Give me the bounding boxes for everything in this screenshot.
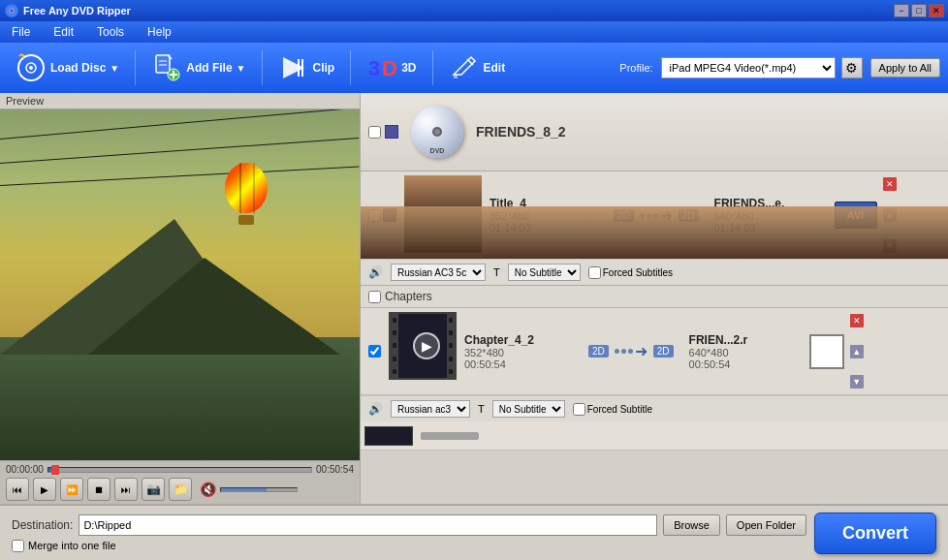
- apply-all-button[interactable]: Apply to All: [870, 58, 940, 78]
- subtitle-select-1[interactable]: No Subtitle: [508, 264, 581, 281]
- chapter-forced-sub-check-1[interactable]: [573, 403, 585, 416]
- preview-video[interactable]: [0, 109, 360, 460]
- dvd-checkbox[interactable]: [368, 126, 381, 139]
- load-disc-label: Load Disc: [50, 61, 106, 75]
- chapter-output-badge-2d-1: 2D: [653, 345, 674, 358]
- chapters-checkbox[interactable]: [368, 291, 381, 303]
- c-dot1: [615, 349, 619, 354]
- 3d-button[interactable]: 3 D 3D: [359, 48, 424, 87]
- dvd-hole: [432, 127, 442, 137]
- progress-thumb: [51, 465, 59, 475]
- screenshot-button[interactable]: 📷: [142, 478, 165, 501]
- chapter-audio-select-1[interactable]: Russian ac3: [391, 400, 470, 418]
- next-chapter-thumb: [364, 426, 413, 446]
- chapter-forced-sub-1: Forced Subtitle: [573, 403, 652, 416]
- forced-sub-check-1[interactable]: [588, 266, 601, 279]
- next-button[interactable]: ⏭: [114, 478, 138, 501]
- add-file-chevron[interactable]: ▼: [237, 63, 246, 74]
- merge-checkbox[interactable]: [12, 540, 24, 552]
- load-disc-chevron[interactable]: ▼: [110, 63, 119, 74]
- balloon-basket: [238, 215, 254, 225]
- volume-track[interactable]: [220, 487, 298, 492]
- app-title: Free Any DVD Ripper: [23, 5, 894, 16]
- profile-label: Profile:: [619, 62, 652, 74]
- menu-help[interactable]: Help: [143, 23, 175, 41]
- title-thumbnail-1[interactable]: [404, 175, 482, 253]
- chapter-thumbnail-1[interactable]: ▶: [389, 312, 457, 380]
- profile-select[interactable]: iPad MPEG4 Video(*.mp4): [661, 57, 836, 78]
- film-perf-7: [449, 330, 453, 335]
- audio-icon-1: 🔊: [368, 265, 383, 279]
- preview-label: Preview: [0, 93, 360, 109]
- next-chapter-row: [361, 421, 948, 451]
- dvd-title-row: DVD FRIENDS_8_2: [361, 93, 948, 171]
- folder-button[interactable]: 📁: [169, 478, 192, 501]
- title-header-row-1: Title_4 352*480 01:14:03 2D ➜: [361, 171, 948, 259]
- menu-tools[interactable]: Tools: [93, 23, 128, 41]
- film-perf-8: [449, 343, 453, 348]
- thumb-people-img: [404, 175, 482, 253]
- dvd-indicator: [385, 125, 398, 139]
- menu-edit[interactable]: Edit: [49, 23, 78, 41]
- chapter-subtitle-select-1[interactable]: No Subtitle: [492, 400, 565, 418]
- minimize-button[interactable]: −: [894, 4, 909, 17]
- dvd-checkbox-area: [368, 125, 398, 139]
- svg-text:3: 3: [368, 56, 380, 80]
- destination-input[interactable]: D:\Ripped: [79, 514, 657, 536]
- clip-icon: [278, 52, 309, 83]
- progress-container: 00:00:00 00:50:54: [6, 464, 354, 475]
- svg-rect-7: [156, 55, 170, 73]
- toolbar: Load Disc ▼ Add File ▼: [0, 43, 948, 93]
- play-button[interactable]: ▶: [33, 478, 56, 501]
- restore-button[interactable]: □: [911, 4, 927, 17]
- fast-forward-button[interactable]: ⏩: [60, 478, 83, 501]
- chapter-output-name-1: FRIEN...2.r: [689, 333, 798, 347]
- 3d-icon: 3 D: [366, 52, 397, 83]
- chapter-dims-1: 352*480: [464, 347, 573, 358]
- film-play-icon-1: ▶: [413, 332, 440, 359]
- chapter-arrow-sym-1: ➜: [635, 342, 648, 360]
- progress-track[interactable]: [47, 467, 312, 473]
- bottom-bar: Destination: D:\Ripped Browse Open Folde…: [0, 504, 948, 560]
- menu-file[interactable]: File: [8, 23, 34, 41]
- add-file-button[interactable]: Add File ▼: [143, 48, 253, 87]
- chapter-arrow-down-1[interactable]: ▼: [850, 375, 864, 389]
- toolbar-separator-4: [432, 50, 433, 85]
- chapters-section: Chapters: [361, 286, 948, 308]
- audio-select-1[interactable]: Russian AC3 5c: [391, 264, 486, 281]
- close-button[interactable]: ✕: [929, 4, 944, 17]
- forced-sub-1: Forced Subtitles: [588, 266, 673, 279]
- chapter-output-dims-1: 640*480: [689, 347, 798, 358]
- svg-text:D: D: [382, 56, 397, 80]
- chapter-audio-icon-1: 🔊: [368, 402, 383, 416]
- chapter-close-btn-1[interactable]: ✕: [850, 314, 864, 327]
- volume-icon: 🔇: [200, 482, 216, 497]
- prev-button[interactable]: ⏮: [6, 478, 29, 501]
- chapter-name-1: Chapter_4_2: [464, 333, 573, 347]
- open-folder-button[interactable]: Open Folder: [726, 514, 806, 536]
- clip-button[interactable]: Clip: [270, 48, 343, 87]
- add-file-icon: [151, 52, 182, 83]
- stop-button[interactable]: ⏹: [87, 478, 111, 501]
- chapter-arrow-up-1[interactable]: ▲: [850, 345, 864, 358]
- convert-button[interactable]: Convert: [814, 513, 936, 554]
- close-row-btn-1[interactable]: ✕: [883, 177, 897, 191]
- film-perf-3: [393, 343, 396, 348]
- film-perf-9: [449, 357, 453, 361]
- chapter-format-area-1: [809, 312, 844, 390]
- chapter-format-badge-1[interactable]: [809, 334, 844, 369]
- bottom-left: Destination: D:\Ripped Browse Open Folde…: [12, 514, 806, 552]
- browse-button[interactable]: Browse: [663, 514, 720, 536]
- c-dot2: [621, 349, 626, 354]
- edit-label: Edit: [484, 61, 506, 75]
- mountain-right: [88, 258, 340, 355]
- file-list-panel: DVD FRIENDS_8_2: [361, 93, 948, 504]
- svg-point-2: [11, 10, 13, 12]
- main-content: Preview 00:00:00: [0, 93, 948, 504]
- edit-button[interactable]: Edit: [441, 48, 514, 87]
- subtitle-icon-1: T: [493, 266, 500, 278]
- settings-button[interactable]: ⚙: [841, 57, 863, 78]
- chapter-check-1[interactable]: [368, 345, 381, 358]
- chapter-output-duration-1: 00:50:54: [689, 358, 798, 370]
- load-disc-button[interactable]: Load Disc ▼: [8, 48, 127, 87]
